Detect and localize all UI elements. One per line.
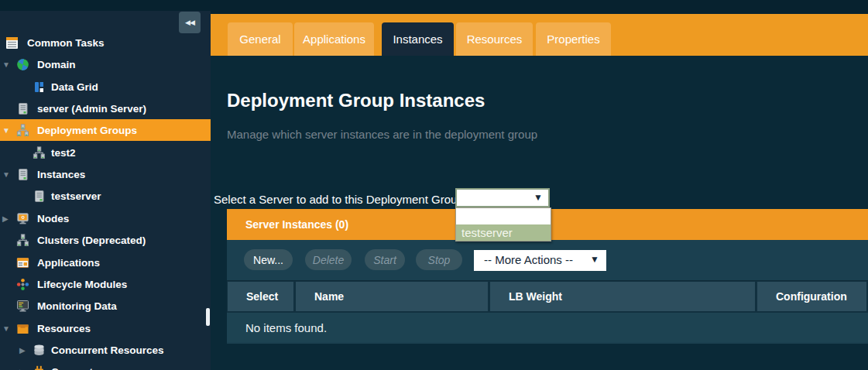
sidebar-item-label: testserver [51, 190, 101, 202]
sidebar: Common Tasks▼DomainData Gridserver (Admi… [0, 11, 211, 370]
chevron-right-icon[interactable]: ▶ [19, 368, 30, 370]
select-server-label: Select a Server to add to this Deploymen… [214, 193, 467, 206]
sidebar-item-deployment-groups[interactable]: ▼Deployment Groups [0, 119, 211, 141]
sidebar-item-concurrent-resources[interactable]: ▶Concurrent Resources [0, 339, 211, 361]
sidebar-item-label: Deployment Groups [37, 125, 137, 136]
delete-button[interactable]: Delete [305, 249, 352, 270]
sidebar-item-clusters-deprecated[interactable]: Clusters (Deprecated) [0, 229, 211, 251]
chevron-down-icon[interactable]: ▼ [2, 324, 13, 333]
server-option-testserver[interactable]: testserver [456, 224, 551, 241]
globe-icon [16, 58, 29, 71]
page-title: Deployment Group Instances [227, 90, 485, 111]
page-subtitle: Manage which server instances are in the… [227, 128, 537, 141]
monitor-icon [16, 300, 29, 313]
chevron-down-icon: ▼ [590, 254, 599, 265]
column-header-select[interactable]: Select [228, 282, 293, 311]
tab-applications[interactable]: Applications [294, 22, 374, 56]
node-icon [16, 212, 29, 225]
column-header-configuration[interactable]: Configuration [757, 282, 866, 311]
new-button[interactable]: New... [244, 249, 293, 270]
server-icon [33, 190, 46, 203]
start-button[interactable]: Start [365, 249, 405, 270]
chevron-right-icon[interactable]: ▶ [2, 214, 13, 223]
db-icon [33, 344, 46, 357]
sidebar-collapse-button[interactable]: ◀◀ [179, 12, 201, 33]
sidebar-item-label: Connectors [51, 366, 109, 370]
sidebar-item-label: server (Admin Server) [37, 103, 146, 115]
cluster-icon [16, 124, 29, 137]
more-actions-dropdown[interactable]: -- More Actions -- ▼ [474, 250, 606, 271]
sidebar-item-monitoring-data[interactable]: Monitoring Data [0, 295, 211, 317]
sidebar-item-server-admin-server[interactable]: server (Admin Server) [0, 98, 211, 119]
datagrid-icon [33, 81, 46, 94]
tasks-icon [5, 36, 19, 50]
sidebar-item-resources[interactable]: ▼Resources [0, 317, 211, 339]
sidebar-item-label: Instances [37, 169, 85, 180]
instances-table-empty-row: No items found. [227, 312, 868, 342]
box-icon [16, 322, 29, 335]
sidebar-item-label: Common Tasks [27, 37, 105, 49]
sidebar-item-label: Domain [37, 59, 76, 70]
column-header-lb-weight[interactable]: LB Weight [490, 282, 755, 311]
sidebar-item-data-grid[interactable]: Data Grid [0, 76, 211, 98]
sidebar-item-applications[interactable]: Applications [0, 252, 211, 273]
server-select-dropdown[interactable]: ▼ [455, 188, 550, 207]
server-icon [16, 168, 29, 181]
stop-button[interactable]: Stop [416, 249, 462, 270]
tab-bar: GeneralApplicationsInstancesResourcesPro… [211, 14, 868, 56]
more-actions-value: -- More Actions -- [484, 253, 573, 266]
sidebar-item-connectors[interactable]: ▶Connectors [0, 361, 211, 370]
empty-table-text: No items found. [245, 321, 327, 334]
chevron-down-icon[interactable]: ▼ [2, 126, 13, 135]
sidebar-item-label: Data Grid [51, 81, 98, 93]
sidebar-item-test2[interactable]: test2 [0, 142, 211, 163]
column-header-name[interactable]: Name [296, 282, 488, 311]
instances-table-header: SelectNameLB WeightConfiguration [227, 280, 868, 312]
cluster-icon [16, 234, 29, 247]
sidebar-item-nodes[interactable]: ▶Nodes [0, 207, 211, 229]
sidebar-item-instances[interactable]: ▼Instances [0, 163, 211, 185]
main-content: Deployment Group Instances Manage which … [211, 56, 868, 370]
tab-instances[interactable]: Instances [382, 22, 454, 56]
server-icon [16, 102, 29, 115]
sidebar-item-label: Resources [37, 323, 91, 334]
sidebar-scrollbar[interactable] [206, 308, 210, 326]
collapse-left-icon: ◀◀ [185, 19, 194, 26]
sidebar-item-label: test2 [51, 147, 76, 159]
chevron-right-icon[interactable]: ▶ [19, 346, 30, 355]
sidebar-item-label: Concurrent Resources [51, 344, 164, 356]
sidebar-item-label: Applications [37, 257, 100, 269]
chevron-down-icon[interactable]: ▼ [2, 60, 13, 69]
instances-toolbar: New...DeleteStartStop -- More Actions --… [227, 240, 868, 280]
sidebar-item-label: Monitoring Data [37, 300, 117, 312]
server-instances-header: Server Instances (0) [245, 218, 348, 231]
chevron-down-icon[interactable]: ▼ [2, 170, 13, 179]
sidebar-item-testserver[interactable]: testserver [0, 185, 211, 207]
server-select-option-list: testserver [455, 207, 551, 242]
sidebar-item-common-tasks[interactable]: Common Tasks [0, 32, 211, 53]
sidebar-item-label: Nodes [37, 213, 69, 224]
sidebar-item-label: Clusters (Deprecated) [37, 235, 146, 246]
plug-icon [33, 365, 46, 370]
apps-icon [16, 256, 29, 269]
lifecycle-icon [16, 278, 29, 291]
cluster-icon [33, 146, 46, 159]
tab-properties[interactable]: Properties [536, 22, 611, 56]
server-option-blank[interactable] [456, 208, 551, 224]
chevron-down-icon: ▼ [533, 192, 543, 203]
sidebar-item-label: Lifecycle Modules [37, 279, 127, 290]
tab-resources[interactable]: Resources [456, 22, 533, 56]
tab-general[interactable]: General [228, 22, 293, 56]
sidebar-item-lifecycle-modules[interactable]: Lifecycle Modules [0, 273, 211, 295]
sidebar-item-domain[interactable]: ▼Domain [0, 53, 211, 75]
